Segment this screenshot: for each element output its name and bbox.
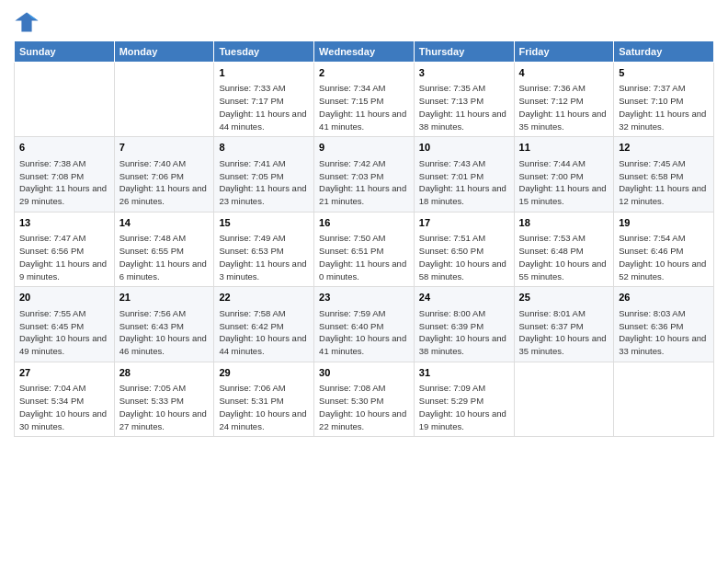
col-header-wednesday: Wednesday [314,41,415,63]
day-info: Sunrise: 8:03 AM Sunset: 6:36 PM Dayligh… [619,307,709,358]
day-number: 1 [219,66,309,80]
day-info: Sunrise: 7:44 AM Sunset: 7:00 PM Dayligh… [519,157,609,208]
calendar-cell [614,362,714,436]
calendar-cell: 6Sunrise: 7:38 AM Sunset: 7:08 PM Daylig… [15,137,115,212]
calendar-cell: 4Sunrise: 7:36 AM Sunset: 7:12 PM Daylig… [514,63,614,137]
day-info: Sunrise: 7:41 AM Sunset: 7:05 PM Dayligh… [219,157,309,208]
calendar-cell [114,63,214,137]
calendar-cell: 12Sunrise: 7:45 AM Sunset: 6:58 PM Dayli… [614,137,714,212]
day-number: 20 [19,291,109,304]
calendar-cell: 5Sunrise: 7:37 AM Sunset: 7:10 PM Daylig… [614,63,714,137]
day-number: 27 [19,366,109,380]
logo-bird-icon [14,9,40,35]
week-row-3: 13Sunrise: 7:47 AM Sunset: 6:56 PM Dayli… [15,212,714,286]
day-number: 25 [519,291,609,304]
day-info: Sunrise: 7:58 AM Sunset: 6:42 PM Dayligh… [219,307,309,358]
calendar-cell: 1Sunrise: 7:33 AM Sunset: 7:17 PM Daylig… [214,63,314,137]
day-info: Sunrise: 7:47 AM Sunset: 6:56 PM Dayligh… [19,232,109,282]
day-info: Sunrise: 7:08 AM Sunset: 5:30 PM Dayligh… [319,382,409,432]
svg-marker-0 [15,13,38,32]
col-header-saturday: Saturday [614,41,714,63]
day-number: 12 [619,141,709,155]
day-number: 18 [519,216,609,230]
day-number: 17 [419,216,509,230]
week-row-2: 6Sunrise: 7:38 AM Sunset: 7:08 PM Daylig… [15,137,714,212]
calendar-cell: 24Sunrise: 8:00 AM Sunset: 6:39 PM Dayli… [414,287,514,362]
header [14,9,714,35]
day-number: 29 [219,366,309,380]
day-info: Sunrise: 7:49 AM Sunset: 6:53 PM Dayligh… [219,232,309,282]
day-info: Sunrise: 7:43 AM Sunset: 7:01 PM Dayligh… [419,157,509,208]
calendar-cell: 7Sunrise: 7:40 AM Sunset: 7:06 PM Daylig… [114,137,214,212]
day-number: 8 [219,141,309,155]
day-info: Sunrise: 7:36 AM Sunset: 7:12 PM Dayligh… [519,82,609,132]
col-header-thursday: Thursday [414,41,514,63]
day-number: 2 [319,66,409,80]
day-number: 6 [19,141,109,155]
day-info: Sunrise: 7:55 AM Sunset: 6:45 PM Dayligh… [19,307,109,358]
calendar-cell: 19Sunrise: 7:54 AM Sunset: 6:46 PM Dayli… [614,212,714,286]
day-number: 31 [419,366,509,380]
day-info: Sunrise: 7:59 AM Sunset: 6:40 PM Dayligh… [319,307,409,358]
day-number: 7 [119,141,210,155]
calendar-cell: 22Sunrise: 7:58 AM Sunset: 6:42 PM Dayli… [214,287,314,362]
day-number: 16 [319,216,409,230]
day-info: Sunrise: 7:42 AM Sunset: 7:03 PM Dayligh… [319,157,409,208]
day-number: 21 [119,291,210,304]
calendar-cell: 8Sunrise: 7:41 AM Sunset: 7:05 PM Daylig… [214,137,314,212]
calendar-cell: 20Sunrise: 7:55 AM Sunset: 6:45 PM Dayli… [15,287,115,362]
day-number: 22 [219,291,309,304]
day-info: Sunrise: 7:37 AM Sunset: 7:10 PM Dayligh… [619,82,709,132]
col-header-sunday: Sunday [15,41,115,63]
day-info: Sunrise: 7:35 AM Sunset: 7:13 PM Dayligh… [419,82,509,132]
calendar-cell: 18Sunrise: 7:53 AM Sunset: 6:48 PM Dayli… [514,212,614,286]
day-info: Sunrise: 7:33 AM Sunset: 7:17 PM Dayligh… [219,82,309,132]
day-info: Sunrise: 7:50 AM Sunset: 6:51 PM Dayligh… [319,232,409,282]
calendar-cell: 9Sunrise: 7:42 AM Sunset: 7:03 PM Daylig… [314,137,415,212]
calendar-cell: 15Sunrise: 7:49 AM Sunset: 6:53 PM Dayli… [214,212,314,286]
day-info: Sunrise: 7:04 AM Sunset: 5:34 PM Dayligh… [19,382,109,432]
day-info: Sunrise: 7:09 AM Sunset: 5:29 PM Dayligh… [419,382,509,432]
day-info: Sunrise: 7:05 AM Sunset: 5:33 PM Dayligh… [119,382,210,432]
calendar-cell: 30Sunrise: 7:08 AM Sunset: 5:30 PM Dayli… [314,362,415,436]
week-row-4: 20Sunrise: 7:55 AM Sunset: 6:45 PM Dayli… [15,287,714,362]
day-number: 4 [519,66,609,80]
calendar-cell [15,63,115,137]
day-number: 13 [19,216,109,230]
day-info: Sunrise: 7:38 AM Sunset: 7:08 PM Dayligh… [19,157,109,208]
day-info: Sunrise: 8:01 AM Sunset: 6:37 PM Dayligh… [519,307,609,358]
col-header-tuesday: Tuesday [214,41,314,63]
calendar-cell: 13Sunrise: 7:47 AM Sunset: 6:56 PM Dayli… [15,212,115,286]
day-number: 3 [419,66,509,80]
day-info: Sunrise: 7:40 AM Sunset: 7:06 PM Dayligh… [119,157,210,208]
calendar-cell: 31Sunrise: 7:09 AM Sunset: 5:29 PM Dayli… [414,362,514,436]
calendar-table: SundayMondayTuesdayWednesdayThursdayFrid… [14,40,714,437]
day-number: 30 [319,366,409,380]
day-info: Sunrise: 7:45 AM Sunset: 6:58 PM Dayligh… [619,157,709,208]
day-number: 10 [419,141,509,155]
calendar-cell: 17Sunrise: 7:51 AM Sunset: 6:50 PM Dayli… [414,212,514,286]
day-info: Sunrise: 7:53 AM Sunset: 6:48 PM Dayligh… [519,232,609,282]
day-info: Sunrise: 7:51 AM Sunset: 6:50 PM Dayligh… [419,232,509,282]
day-number: 28 [119,366,210,380]
day-number: 26 [619,291,709,304]
col-header-monday: Monday [114,41,214,63]
day-info: Sunrise: 7:06 AM Sunset: 5:31 PM Dayligh… [219,382,309,432]
week-row-5: 27Sunrise: 7:04 AM Sunset: 5:34 PM Dayli… [15,362,714,436]
calendar-cell: 2Sunrise: 7:34 AM Sunset: 7:15 PM Daylig… [314,63,415,137]
day-info: Sunrise: 7:56 AM Sunset: 6:43 PM Dayligh… [119,307,210,358]
week-row-1: 1Sunrise: 7:33 AM Sunset: 7:17 PM Daylig… [15,63,714,137]
calendar-cell: 29Sunrise: 7:06 AM Sunset: 5:31 PM Dayli… [214,362,314,436]
day-number: 9 [319,141,409,155]
calendar-cell: 21Sunrise: 7:56 AM Sunset: 6:43 PM Dayli… [114,287,214,362]
day-info: Sunrise: 7:34 AM Sunset: 7:15 PM Dayligh… [319,82,409,132]
calendar-cell: 3Sunrise: 7:35 AM Sunset: 7:13 PM Daylig… [414,63,514,137]
header-row: SundayMondayTuesdayWednesdayThursdayFrid… [15,41,714,63]
day-number: 23 [319,291,409,304]
calendar-cell: 10Sunrise: 7:43 AM Sunset: 7:01 PM Dayli… [414,137,514,212]
calendar-cell: 11Sunrise: 7:44 AM Sunset: 7:00 PM Dayli… [514,137,614,212]
page: SundayMondayTuesdayWednesdayThursdayFrid… [0,0,728,563]
calendar-cell: 16Sunrise: 7:50 AM Sunset: 6:51 PM Dayli… [314,212,415,286]
day-number: 11 [519,141,609,155]
day-info: Sunrise: 7:54 AM Sunset: 6:46 PM Dayligh… [619,232,709,282]
